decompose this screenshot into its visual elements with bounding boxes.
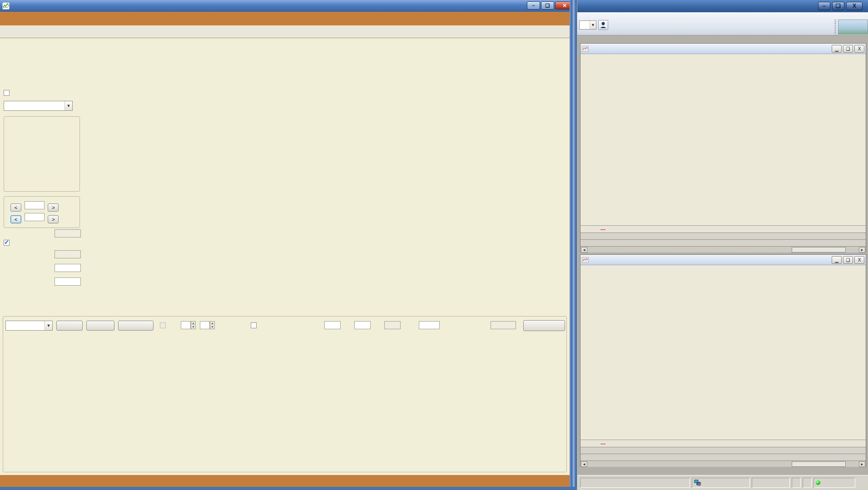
riz0-hscrollbar[interactable]: ◄ ► xyxy=(580,460,866,467)
below-increase-button[interactable]: > xyxy=(48,215,59,223)
window-border-bottom xyxy=(0,487,577,490)
terminal-title-bar[interactable]: – ❑ X xyxy=(577,0,868,12)
riz0-legend: — xyxy=(580,440,866,447)
delete-button[interactable] xyxy=(86,321,114,331)
restore-button[interactable]: ❑ xyxy=(843,256,853,264)
scroll-thumb[interactable] xyxy=(792,461,846,467)
person-icon xyxy=(599,20,608,30)
status-bar xyxy=(0,475,570,487)
legend-dash-icon: — xyxy=(600,441,605,446)
connected-dot-icon xyxy=(816,480,820,485)
scroll-right-icon[interactable]: ► xyxy=(859,247,865,252)
status-cell-empty xyxy=(792,478,801,488)
riz0-chart xyxy=(580,265,866,438)
sko-value[interactable] xyxy=(55,264,81,272)
dh-checkbox[interactable] xyxy=(160,322,166,328)
grid-y-value[interactable] xyxy=(55,229,81,238)
status-cell-empty xyxy=(803,478,812,488)
import-button[interactable] xyxy=(56,321,83,331)
terminal-toolbar: ▼ xyxy=(577,12,868,35)
minimize-button[interactable]: ▁ xyxy=(832,256,842,264)
network-icon xyxy=(694,480,701,486)
optionfvv-window: – ❑ ✕ ▼ < xyxy=(0,0,577,490)
status-cell-empty xyxy=(752,478,790,488)
status-cell-empty xyxy=(580,478,690,488)
series-toggle-group xyxy=(4,41,97,92)
below-decrease-button[interactable]: < xyxy=(10,215,21,223)
above-decrease-button[interactable]: < xyxy=(10,203,21,212)
p2-field[interactable] xyxy=(491,321,516,329)
minimize-button[interactable]: ▁ xyxy=(832,45,842,53)
siz0-month-axis xyxy=(580,239,866,246)
compare-strategy-row xyxy=(4,90,12,100)
legend-dash-icon: — xyxy=(600,227,605,232)
siz0-window: ▁ ❑ X — ◄ ► xyxy=(580,43,866,252)
calc-go-button[interactable] xyxy=(523,320,565,331)
toolbar-combo[interactable]: ▼ xyxy=(579,20,596,30)
above-increase-button[interactable]: > xyxy=(48,203,59,212)
scroll-thumb[interactable] xyxy=(792,247,846,252)
user-button[interactable] xyxy=(598,20,608,30)
dh-row xyxy=(160,322,168,332)
days-count-value[interactable] xyxy=(55,277,81,286)
siz0-day-axis xyxy=(580,233,866,239)
dh-spinner-1-arrows[interactable]: ▲▼ xyxy=(191,321,196,329)
chevron-down-icon[interactable]: ▼ xyxy=(64,101,72,110)
riz0-window: ▁ ❑ X — ◄ ► xyxy=(580,254,866,467)
chevron-down-icon[interactable]: ▼ xyxy=(590,21,596,29)
siz0-hscrollbar[interactable]: ◄ ► xyxy=(580,246,866,252)
close-button[interactable]: X xyxy=(846,2,863,10)
scroll-left-icon[interactable]: ◄ xyxy=(581,461,587,467)
ad-banner[interactable] xyxy=(838,20,868,35)
d-field[interactable] xyxy=(324,321,341,329)
terminal-status-bar xyxy=(577,475,868,490)
m-checkbox[interactable] xyxy=(251,322,257,328)
minimize-button[interactable]: – xyxy=(527,1,540,10)
menu-bar xyxy=(0,12,577,25)
v1-field[interactable] xyxy=(354,321,371,329)
title-bar[interactable]: – ❑ ✕ xyxy=(0,0,577,12)
v2-field[interactable] xyxy=(384,321,401,329)
close-button[interactable]: X xyxy=(854,256,864,264)
dh-spinner-2[interactable] xyxy=(200,321,210,329)
grid-auto-row xyxy=(4,240,12,250)
above-value[interactable] xyxy=(25,201,45,209)
dh-spinner-1[interactable] xyxy=(181,321,191,329)
toolbar-separator xyxy=(834,20,836,35)
restore-button[interactable]: ❑ xyxy=(832,2,844,10)
chevron-down-icon[interactable]: ▼ xyxy=(45,321,52,330)
minimize-button[interactable]: – xyxy=(818,2,830,10)
draw-what-group xyxy=(4,116,80,192)
portfolio-group xyxy=(3,316,567,472)
siz0-title-bar[interactable]: ▁ ❑ X xyxy=(580,44,866,54)
chart-window-icon xyxy=(582,46,589,52)
preset-combo[interactable]: ▼ xyxy=(5,321,53,331)
connection-cell xyxy=(692,478,750,488)
m-row xyxy=(251,322,259,332)
riz0-day-axis xyxy=(580,447,866,454)
maximize-button[interactable]: ❑ xyxy=(541,1,554,10)
restore-button[interactable]: ❑ xyxy=(843,45,853,53)
dh-spinner-2-arrows[interactable]: ▲▼ xyxy=(210,321,215,329)
below-value[interactable] xyxy=(25,213,45,221)
close-button[interactable]: X xyxy=(854,45,864,53)
payoff-chart xyxy=(102,49,569,304)
p1-field[interactable] xyxy=(419,321,440,329)
date-cell xyxy=(813,478,855,488)
render-pct-group: < > < > xyxy=(4,196,80,228)
scroll-left-icon[interactable]: ◄ xyxy=(581,247,587,252)
compare-strategy-checkbox[interactable] xyxy=(4,90,10,96)
terminal-area: – ❑ X ▼ xyxy=(577,0,868,490)
riz0-month-axis xyxy=(580,454,866,460)
siz0-legend: — xyxy=(580,225,866,233)
save-button[interactable] xyxy=(118,321,154,331)
grid-auto-checkbox[interactable] xyxy=(4,240,10,246)
instrument-combo[interactable]: ▼ xyxy=(4,101,73,111)
riz0-title-bar[interactable]: ▁ ❑ X xyxy=(580,255,866,265)
grid-x-value[interactable] xyxy=(55,250,81,258)
screen: – ❑ ✕ ▼ < xyxy=(0,0,868,490)
window-border-right xyxy=(570,0,577,490)
scroll-right-icon[interactable]: ► xyxy=(859,461,865,467)
siz0-chart xyxy=(580,54,866,224)
app-icon xyxy=(2,2,10,10)
